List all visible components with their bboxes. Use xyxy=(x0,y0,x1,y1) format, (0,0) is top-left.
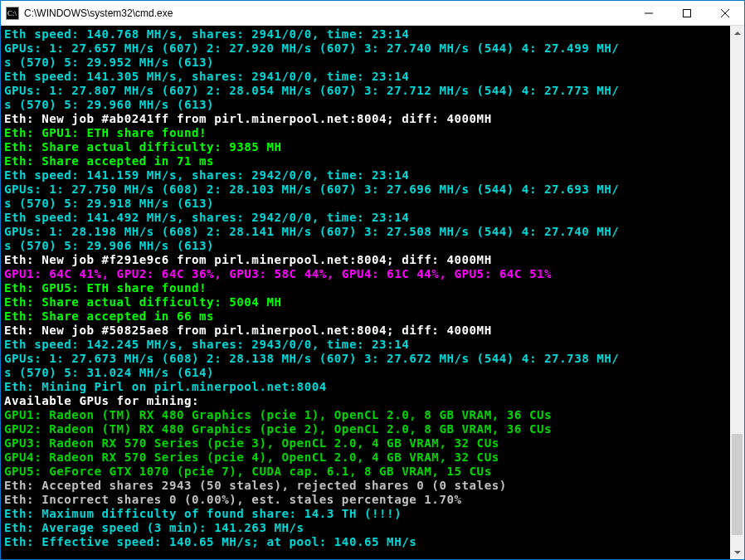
terminal-line: Eth: Share accepted in 71 ms xyxy=(4,154,727,168)
terminal-line: Eth: New job #f291e9c6 from pirl.minerpo… xyxy=(4,253,727,267)
terminal-line: Eth: Incorrect shares 0 (0.00%), est. st… xyxy=(4,493,727,507)
terminal-line: Eth: Effective speed: 140.65 MH/s; at po… xyxy=(4,535,727,549)
terminal-line: GPU5: GeForce GTX 1070 (pcie 7), CUDA ca… xyxy=(4,465,727,479)
client-area: Eth speed: 140.768 MH/s, shares: 2941/0/… xyxy=(1,26,744,559)
terminal-line: GPUs: 1: 27.807 MH/s (607) 2: 28.054 MH/… xyxy=(4,84,727,98)
terminal-line: Eth speed: 142.245 MH/s, shares: 2943/0/… xyxy=(4,338,727,352)
svg-text:C:\: C:\ xyxy=(7,9,17,17)
terminal-line: s (570) 5: 29.952 MH/s (613) xyxy=(4,56,727,70)
terminal-line: GPU1: 64C 41%, GPU2: 64C 36%, GPU3: 58C … xyxy=(4,267,727,281)
terminal-line: Eth: Maximum difficulty of found share: … xyxy=(4,507,727,521)
scroll-up-button[interactable] xyxy=(730,26,744,40)
terminal-line: Eth: New job #50825ae8 from pirl.minerpo… xyxy=(4,324,727,338)
terminal-line: Eth speed: 141.159 MH/s, shares: 2942/0/… xyxy=(4,168,727,183)
terminal-output[interactable]: Eth speed: 140.768 MH/s, shares: 2941/0/… xyxy=(1,26,730,559)
terminal-line: s (570) 5: 29.960 MH/s (613) xyxy=(4,98,727,112)
terminal-line: Eth: Share actual difficulty: 9385 MH xyxy=(4,140,727,154)
terminal-line: GPU2: Radeon (TM) RX 480 Graphics (pcie … xyxy=(4,422,727,436)
terminal-line: GPUs: 1: 28.198 MH/s (608) 2: 28.141 MH/… xyxy=(4,225,727,239)
terminal-line: Eth speed: 140.768 MH/s, shares: 2941/0/… xyxy=(4,27,727,41)
terminal-line: Eth speed: 141.305 MH/s, shares: 2941/0/… xyxy=(4,70,727,84)
terminal-line: GPU1: Radeon (TM) RX 480 Graphics (pcie … xyxy=(4,408,727,422)
minimize-button[interactable] xyxy=(630,1,668,26)
terminal-line: Eth: Share actual difficulty: 5004 MH xyxy=(4,295,727,309)
terminal-line: s (570) 5: 31.024 MH/s (614) xyxy=(4,366,727,380)
scrollbar-thumb[interactable] xyxy=(732,434,743,535)
terminal-line: GPU4: Radeon RX 570 Series (pcie 4), Ope… xyxy=(4,450,727,465)
terminal-line: Eth: Average speed (3 min): 141.263 MH/s xyxy=(4,521,727,535)
terminal-line: Eth: New job #ab0241ff from pirl.minerpo… xyxy=(4,112,727,126)
terminal-line: GPUs: 1: 27.750 MH/s (608) 2: 28.103 MH/… xyxy=(4,183,727,197)
window-title: C:\WINDOWS\system32\cmd.exe xyxy=(24,7,173,19)
terminal-line: Eth: GPU5: ETH share found! xyxy=(4,281,727,295)
terminal-line: s (570) 5: 29.918 MH/s (613) xyxy=(4,197,727,211)
scrollbar-track[interactable] xyxy=(730,40,744,545)
terminal-line: Eth: GPU1: ETH share found! xyxy=(4,126,727,140)
close-button[interactable] xyxy=(706,1,744,26)
terminal-line: Eth speed: 141.492 MH/s, shares: 2942/0/… xyxy=(4,211,727,225)
svg-rect-4 xyxy=(684,9,691,17)
terminal-line: Eth: Accepted shares 2943 (50 stales), r… xyxy=(4,479,727,493)
terminal-line: Eth: Mining Pirl on pirl.minerpool.net:8… xyxy=(4,380,727,394)
terminal-line: GPUs: 1: 27.657 MH/s (607) 2: 27.920 MH/… xyxy=(4,41,727,56)
app-window: C:\ C:\WINDOWS\system32\cmd.exe Eth spee… xyxy=(0,0,745,560)
maximize-button[interactable] xyxy=(668,1,706,26)
scroll-down-button[interactable] xyxy=(730,545,744,559)
terminal-line: GPU3: Radeon RX 570 Series (pcie 3), Ope… xyxy=(4,436,727,450)
terminal-line: Available GPUs for mining: xyxy=(4,394,727,408)
titlebar[interactable]: C:\ C:\WINDOWS\system32\cmd.exe xyxy=(1,1,744,26)
vertical-scrollbar[interactable] xyxy=(730,26,744,559)
terminal-line: Eth: Share accepted in 66 ms xyxy=(4,309,727,324)
terminal-line: s (570) 5: 29.906 MH/s (613) xyxy=(4,239,727,253)
terminal-line: GPUs: 1: 27.673 MH/s (608) 2: 28.138 MH/… xyxy=(4,352,727,366)
cmd-icon: C:\ xyxy=(6,7,19,20)
